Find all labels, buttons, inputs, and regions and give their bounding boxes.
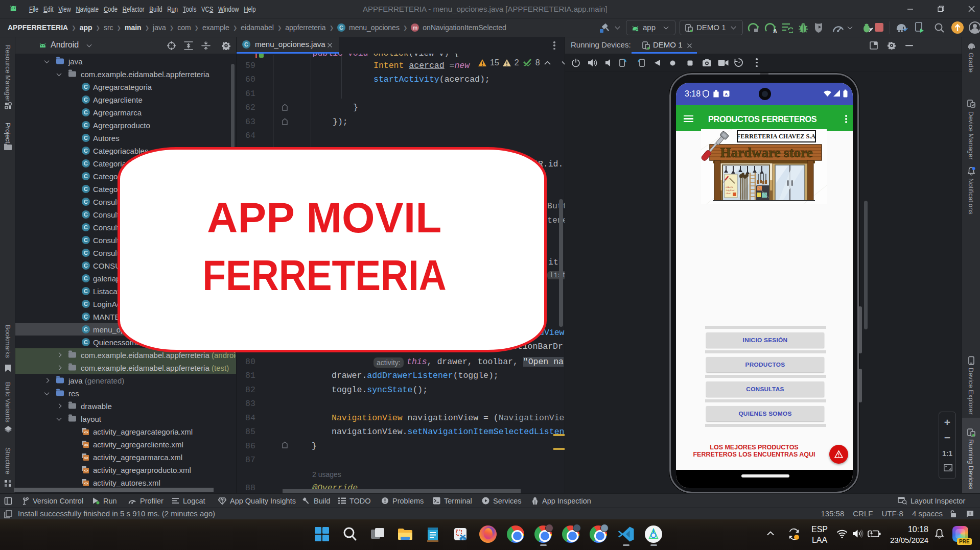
svg-text:A: A [725,92,728,97]
svg-text:Hardware store: Hardware store [720,145,812,160]
svg-text:FERRETERIA CHAVEZ S.A: FERRETERIA CHAVEZ S.A [737,133,815,140]
svg-text:+Bud: +Bud [726,192,730,195]
svg-text:-fulg-Kind: -fulg-Kind [726,189,734,192]
svg-text:A: A [773,28,777,34]
svg-text:sSAuCd: sSAuCd [726,186,733,188]
